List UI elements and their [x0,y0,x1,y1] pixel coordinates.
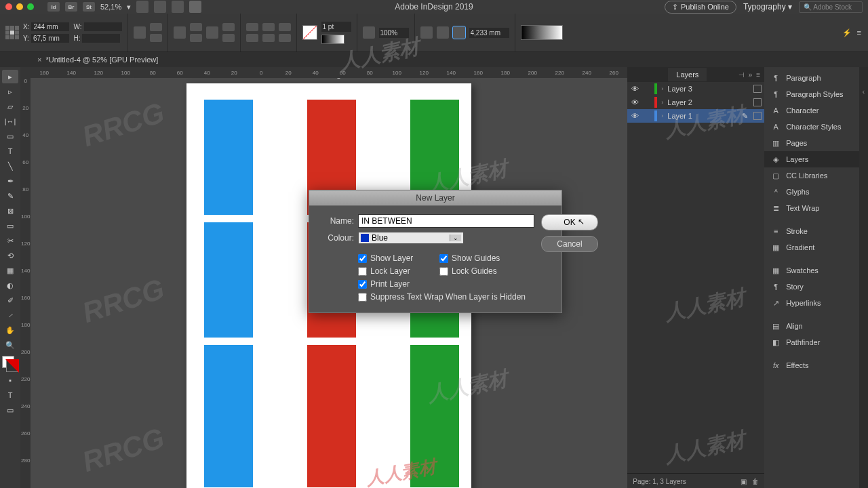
textwrap-icon-2[interactable] [437,26,449,39]
reference-point[interactable] [5,26,19,39]
green-block[interactable] [410,345,459,487]
container-icon[interactable] [174,26,186,39]
effects-icon[interactable] [363,26,375,39]
content-collector-tool[interactable]: ▭ [2,129,18,143]
document-tab[interactable]: × *Untitled-4 @ 52% [GPU Preview] [31,54,165,66]
fit-icon[interactable] [206,26,218,39]
selection-tool[interactable]: ▸ [2,70,18,83]
new-layer-icon[interactable]: ▣ [741,478,747,485]
show-layer-checkbox[interactable]: Show Layer [358,253,439,263]
w-input[interactable] [84,22,122,31]
show-guides-checkbox[interactable]: Show Guides [439,253,534,263]
rectangle-frame-tool[interactable]: ⊠ [2,204,18,218]
rail-swatches[interactable]: ▦Swatches [764,262,859,279]
panel-menu-icon[interactable]: ≡ [857,28,861,37]
view-option-icon[interactable] [136,1,149,13]
rail-story[interactable]: ¶Story [764,279,859,295]
blue-block[interactable] [204,222,253,338]
maximize-window-button[interactable] [27,3,34,10]
ok-button[interactable]: OK↖ [541,214,598,230]
y-input[interactable] [31,34,69,43]
app-icon-st[interactable]: St [83,2,95,12]
rail-cc-libraries[interactable]: ▢CC Libraries [764,167,859,184]
option-icon[interactable] [190,23,202,31]
rail-text-wrap[interactable]: ≣Text Wrap [764,200,859,216]
rail-align[interactable]: ▤Align [764,318,859,334]
layers-panel-tab[interactable]: Layers [668,68,707,81]
view-mode-icon[interactable]: ▭ [2,403,18,417]
eyedropper-tool[interactable]: ⟋ [2,308,18,322]
gpu-icon[interactable] [189,1,201,13]
direct-selection-tool[interactable]: ▹ [2,85,18,98]
stroke-weight-input[interactable] [321,22,351,32]
rail-character[interactable]: ACharacter [764,102,859,119]
gradient-swatch[interactable] [521,25,563,40]
layer-target-icon[interactable] [753,85,762,93]
rail-gradient[interactable]: ▦Gradient [764,239,859,256]
panel-menu-icon[interactable]: ≡ [756,71,760,79]
lock-layer-checkbox[interactable]: Lock Layer [358,266,439,276]
layer-row[interactable]: 👁 › Layer 2 [627,96,764,109]
corner-icon[interactable] [222,23,235,31]
screen-mode-icon[interactable] [172,1,184,13]
line-tool[interactable]: ╲ [2,159,18,173]
distribute-h-icon[interactable] [279,23,291,31]
red-block[interactable] [307,345,356,487]
layer-name-input[interactable] [358,214,534,228]
textwrap-icon-3[interactable] [453,26,465,39]
measure-input[interactable] [469,28,509,38]
align-h-icon[interactable] [246,34,258,42]
quick-apply-icon[interactable]: ⚡ [842,28,852,37]
scissors-tool[interactable]: ✂ [2,234,18,247]
delete-layer-icon[interactable]: 🗑 [752,478,759,485]
workspace-switcher[interactable]: Typography ▾ [743,2,792,12]
gradient-feather-tool[interactable]: ◐ [2,279,18,292]
layer-target-icon[interactable] [753,112,762,120]
page-tool[interactable]: ▱ [2,100,18,113]
dock-expand-icon[interactable]: ‹ [863,87,865,96]
print-layer-checkbox[interactable]: Print Layer [358,279,439,289]
flip-v-icon[interactable] [150,34,162,42]
zoom-tool[interactable]: 🔍 [2,338,18,352]
note-tool[interactable]: ✐ [2,293,18,307]
rail-pathfinder[interactable]: ◧Pathfinder [764,334,859,350]
fill-stroke-control[interactable] [2,356,18,372]
free-transform-tool[interactable]: ⟲ [2,249,18,262]
rail-paragraph[interactable]: ¶Paragraph [764,70,859,86]
colour-select[interactable]: Blue ⌄ [358,232,464,244]
lock-guides-checkbox[interactable]: Lock Guides [439,266,534,276]
pen-tool[interactable]: ✒ [2,174,18,188]
arrange-icon[interactable] [154,1,166,13]
visibility-icon[interactable]: 👁 [630,112,639,120]
disclosure-icon[interactable]: › [661,113,663,119]
layer-row[interactable]: 👁 › Layer 1 ✎ [627,109,764,123]
rail-paragraph-styles[interactable]: ¶Paragraph Styles [764,86,859,102]
close-window-button[interactable] [5,3,12,10]
visibility-icon[interactable]: 👁 [630,98,639,106]
flip-h-icon[interactable] [150,23,162,31]
textwrap-icon-1[interactable] [420,26,433,39]
rail-effects[interactable]: fxEffects [764,357,859,373]
rotate-icon[interactable] [134,26,146,39]
adobe-stock-search[interactable]: 🔍 Adobe Stock [799,1,863,13]
minimize-window-button[interactable] [16,3,23,10]
align-left-icon[interactable] [246,23,258,31]
rectangle-tool[interactable]: ▭ [2,219,18,232]
rail-glyphs[interactable]: ᴬGlyphs [764,184,859,200]
app-icon-id[interactable]: Id [47,2,60,12]
hand-tool[interactable]: ✋ [2,323,18,337]
fill-swatch[interactable] [302,25,317,40]
option-icon-2[interactable] [190,34,202,42]
gap-tool[interactable]: |↔| [2,115,18,128]
corner-icon-2[interactable] [222,34,235,42]
panel-expand-icon[interactable]: » [749,71,753,79]
x-input[interactable] [31,22,69,31]
blue-block[interactable] [204,345,253,487]
layer-row[interactable]: 👁 › Layer 3 [627,82,764,96]
layer-target-icon[interactable] [753,98,762,106]
rail-stroke[interactable]: ≡Stroke [764,223,859,239]
blue-block[interactable] [204,100,253,215]
tab-close-icon[interactable]: × [37,56,41,64]
suppress-wrap-checkbox[interactable]: Suppress Text Wrap When Layer is Hidden [358,292,534,302]
h-input[interactable] [82,34,120,43]
